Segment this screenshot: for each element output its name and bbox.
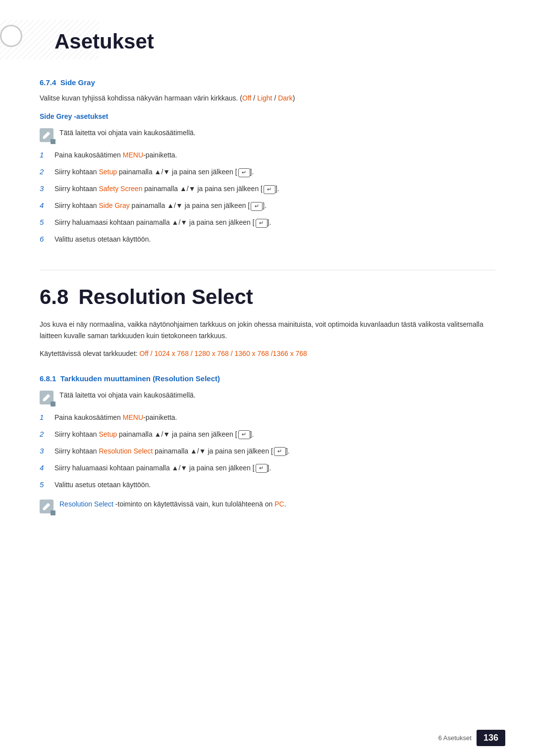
steps-list-674: 1 Paina kaukosäätimen MENU-painiketta. 2… (40, 149, 495, 245)
res-select-link: Resolution Select (59, 500, 113, 508)
option-off: Off (242, 94, 251, 102)
step-674-1-menu: MENU (123, 151, 143, 159)
page-number: 136 (477, 730, 505, 746)
step-674-1: 1 Paina kaukosäätimen MENU-painiketta. (40, 149, 495, 161)
step-674-5: 5 Siirry haluamaasi kohtaan painamalla ▲… (40, 216, 495, 228)
step-6801-3: 3 Siirry kohtaan Resolution Select paina… (40, 445, 495, 457)
step-6801-5: 5 Valittu asetus otetaan käyttöön. (40, 479, 495, 491)
enter-key-icon-2: ↵ (264, 185, 275, 194)
note-box-6801: Tätä laitetta voi ohjata vain kaukosääti… (40, 390, 495, 404)
note-icon-6801-footer (40, 500, 54, 513)
note-text-674: Tätä laitetta voi ohjata vain kaukosääti… (59, 127, 196, 138)
steps-list-6801: 1 Paina kaukosäätimen MENU-painiketta. 2… (40, 411, 495, 491)
section-68-description: Jos kuva ei näy normaalina, vaikka näytö… (40, 319, 495, 341)
note-icon-674 (40, 128, 54, 142)
section-674-subtitle: Side Grey -asetukset (40, 112, 495, 120)
enter-key-icon-3: ↵ (251, 202, 263, 211)
pencil-icon-2 (43, 394, 51, 402)
step-674-3: 3 Siirry kohtaan Safety Screen painamall… (40, 183, 495, 195)
option-dark: Dark (278, 94, 293, 102)
pencil-icon-3 (43, 503, 51, 510)
option-light: Light (257, 94, 272, 102)
footer-section-label: 6 Asetukset (438, 734, 472, 742)
section-68-title: Resolution Select (78, 285, 253, 309)
section-674-title: 6.7.4 Side Gray (40, 78, 495, 87)
section-68-header: 6.8 Resolution Select (40, 285, 495, 309)
enter-key-icon: ↵ (238, 168, 250, 177)
step-6801-3-resselect: Resolution Select (99, 447, 153, 455)
enter-key-icon-7: ↵ (256, 464, 268, 473)
step-6801-2: 2 Siirry kohtaan Setup painamalla ▲/▼ ja… (40, 428, 495, 440)
page-title: Asetukset (40, 30, 495, 53)
subsection-6801: 6.8.1 Tarkkuuden muuttaminen (Resolution… (40, 374, 495, 513)
subsection-6801-title: 6.8.1 Tarkkuuden muuttaminen (Resolution… (40, 374, 495, 383)
step-674-6: 6 Valittu asetus otetaan käyttöön. (40, 233, 495, 245)
step-6801-1-menu: MENU (123, 413, 143, 421)
step-6801-1: 1 Paina kaukosäätimen MENU-painiketta. (40, 411, 495, 423)
step-6801-4: 4 Siirry haluamaasi kohtaan painamalla ▲… (40, 462, 495, 474)
section-674: 6.7.4 Side Gray Valitse kuvan tyhjissä k… (40, 78, 495, 245)
resolutions-list: Off / 1024 x 768 / 1280 x 768 / 1360 x 7… (140, 350, 307, 357)
section-68: 6.8 Resolution Select Jos kuva ei näy no… (40, 270, 495, 513)
enter-key-icon-5: ↵ (238, 430, 250, 439)
page-header: Asetukset (40, 20, 495, 53)
step-674-3-safety: Safety Screen (99, 185, 142, 193)
enter-key-icon-6: ↵ (274, 447, 286, 456)
note-box-674: Tätä laitetta voi ohjata vain kaukosääti… (40, 127, 495, 142)
step-674-2-setup: Setup (99, 168, 117, 176)
pc-label: PC (274, 500, 284, 508)
circle-decoration (0, 25, 22, 47)
note-text-6801: Tätä laitetta voi ohjata vain kaukosääti… (59, 390, 196, 401)
note-text-6801-footer: Resolution Select -toiminto on käytettäv… (59, 499, 286, 509)
pencil-icon (43, 131, 51, 139)
enter-key-icon-4: ↵ (256, 219, 268, 228)
step-6801-2-setup: Setup (99, 430, 117, 438)
note-box-6801-footer: Resolution Select -toiminto on käytettäv… (40, 499, 495, 513)
step-674-4: 4 Siirry kohtaan Side Gray painamalla ▲/… (40, 200, 495, 211)
step-674-4-sidegray: Side Gray (99, 202, 129, 209)
section-674-description: Valitse kuvan tyhjissä kohdissa näkyvän … (40, 93, 495, 103)
section-68-number: 6.8 (40, 285, 68, 309)
step-674-2: 2 Siirry kohtaan Setup painamalla ▲/▼ ja… (40, 166, 495, 178)
page-footer: 6 Asetukset 136 (438, 730, 505, 746)
note-icon-6801 (40, 391, 54, 404)
section-68-resolutions: Käytettävissä olevat tarkkuudet: Off / 1… (40, 348, 495, 359)
